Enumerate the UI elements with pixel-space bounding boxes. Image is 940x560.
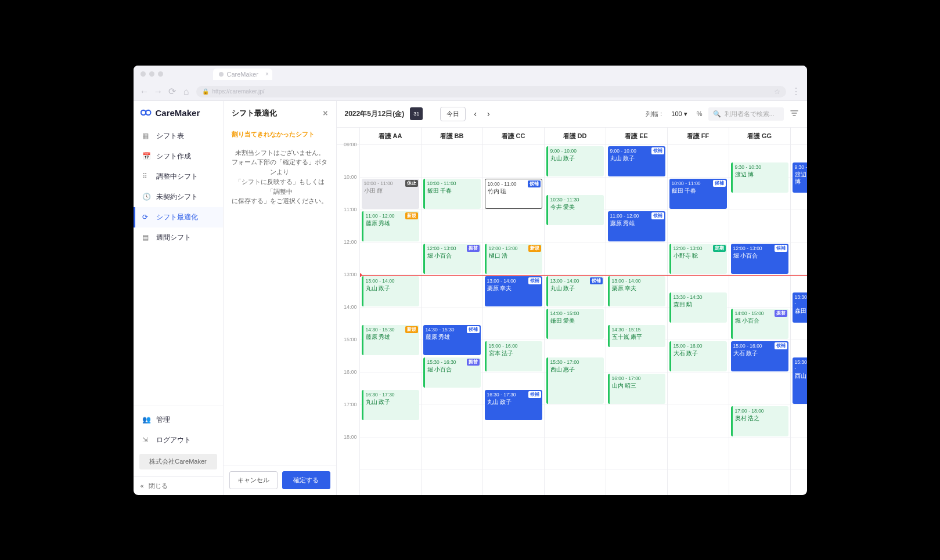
sidebar-item-0[interactable]: ▦ シフト表 [134,126,223,146]
prev-day-button[interactable]: ‹ [471,109,479,118]
shift-name: 樋口 浩 [489,252,540,259]
menu-icon[interactable]: ⋮ [792,88,800,96]
traffic-light-max[interactable] [158,71,163,77]
column-header: 看護 CC [483,128,544,145]
shift-card[interactable]: 13:30 - 14:30 森田 勲 [669,292,727,323]
home-icon[interactable]: ⌂ [182,88,190,96]
shift-card[interactable]: 15:30 - 西山 [793,357,807,404]
time-label: 15:00 [337,340,359,373]
sidebar-item-3[interactable]: 🕓 未契約シフト [134,187,223,207]
shift-card[interactable]: 13:00 - 14:00 丸山 政子 [362,276,419,306]
sidebar-item-4[interactable]: ⟳ シフト最適化 [134,207,223,227]
bookmark-icon[interactable]: ☆ [774,88,780,96]
column-body: 10:00 - 11:00 竹内 聡候補12:00 - 13:00 樋口 浩新規… [483,145,544,470]
column-width-select[interactable]: 100 ▾ [668,109,690,119]
shift-name: 丸山 政子 [366,399,417,406]
shift-badge: 候補 [467,326,480,333]
traffic-light-min[interactable] [149,71,154,77]
shift-name: 藤原 秀雄 [366,220,417,227]
shift-name: 五十嵐 康平 [612,334,663,341]
shift-card[interactable]: 13:30 - 森田 [793,292,807,323]
shift-card[interactable]: 10:00 - 11:00 小田 輝休止 [362,179,419,209]
url-bar[interactable]: 🔒 https://caremaker.jp/ ☆ [196,86,786,97]
time-gutter: 09:0010:0011:0012:0013:0014:0015:0016:00… [337,128,360,495]
staff-column: 看護 EE9:00 - 10:00 丸山 政子候補11:00 - 12:00 藤… [606,128,668,495]
shift-card[interactable]: 9:30 - 10:30 渡辺 博 [731,162,788,193]
shift-time: 15:30 - 17:00 [550,359,602,366]
shift-card[interactable]: 14:00 - 15:00 鎌田 愛美 [546,309,604,339]
calendar-icon[interactable]: 31 [410,107,423,120]
traffic-light-close[interactable] [141,71,146,77]
collapse-label: 閉じる [149,482,168,490]
shift-card[interactable]: 9:00 - 10:00 丸山 政子候補 [608,146,665,176]
shift-card[interactable]: 10:00 - 11:00 飯田 千春 [423,179,481,209]
forward-icon[interactable]: → [154,88,163,96]
shift-card[interactable]: 14:30 - 15:30 藤原 秀雄候補 [423,325,481,355]
shift-card[interactable]: 16:00 - 17:00 山内 昭三 [608,374,665,404]
shift-card[interactable]: 15:00 - 16:00 大石 政子 [669,341,727,371]
shift-card[interactable]: 9:00 - 10:00 丸山 政子 [546,146,604,176]
reload-icon[interactable]: ⟳ [168,88,177,96]
shift-card[interactable]: 12:00 - 13:00 小野寺 聡定期 [669,244,727,274]
shift-card[interactable]: 17:00 - 18:00 奥村 浩之 [731,406,788,436]
shift-card[interactable]: 12:00 - 13:00 堀 小百合振替 [423,244,481,274]
shift-card[interactable]: 13:00 - 14:00 栗原 幸夫 [608,276,665,306]
shift-card[interactable]: 16:30 - 17:30 丸山 政子候補 [485,390,542,420]
shift-card[interactable]: 14:30 - 15:30 藤原 秀雄新規 [362,325,419,355]
shift-card[interactable]: 10:30 - 11:30 今井 愛美 [546,195,604,225]
today-button[interactable]: 今日 [440,107,466,121]
shift-card[interactable]: 10:00 - 11:00 飯田 千春候補 [669,179,727,209]
browser-tab[interactable]: CareMaker × [213,68,272,80]
shift-card[interactable]: 15:00 - 16:00 大石 政子候補 [731,341,788,371]
shift-card[interactable]: 13:00 - 14:00 栗原 幸夫候補 [485,276,542,306]
shift-card[interactable]: 11:00 - 12:00 藤原 秀雄新規 [362,211,419,241]
shift-badge: 候補 [590,277,603,284]
column-body: 10:00 - 11:00 飯田 千春12:00 - 13:00 堀 小百合振替… [422,145,482,470]
search-input[interactable]: 🔍 利用者名で検索... [708,107,784,121]
confirm-button[interactable]: 確定する [282,471,330,489]
shift-badge: 振替 [467,359,480,366]
filter-icon[interactable] [790,109,799,120]
shift-card[interactable]: 14:00 - 15:00 堀 小百合振替 [731,309,788,339]
sidebar-admin[interactable]: 👥 管理 [134,410,223,430]
panel-close-icon[interactable]: × [323,109,327,118]
time-label: 10:00 [337,178,359,210]
column-body: 9:30 - 渡辺 博13:30 - 森田 15:30 - 西山 [791,145,807,470]
sidebar-item-5[interactable]: ▤ 週間シフト [134,227,223,248]
shift-badge: 候補 [528,391,541,398]
brand-logo[interactable]: CareMaker [134,101,223,126]
shift-name: 奥村 浩之 [735,415,786,422]
shift-time: 14:30 - 15:15 [612,327,663,333]
shift-card[interactable]: 12:00 - 13:00 堀 小百合候補 [731,244,788,274]
shift-card[interactable]: 13:00 - 14:00 丸山 政子候補 [546,276,604,306]
cancel-button[interactable]: キャンセル [229,471,278,489]
shift-card[interactable]: 10:00 - 11:00 竹内 聡候補 [485,179,542,209]
sidebar-item-2[interactable]: ⠿ 調整中シフト [134,167,223,187]
back-icon[interactable]: ← [141,88,149,96]
next-day-button[interactable]: › [485,109,492,118]
shift-card[interactable]: 12:00 - 13:00 樋口 浩新規 [485,244,542,274]
shift-name: 丸山 政子 [487,399,540,406]
tab-close-icon[interactable]: × [265,71,269,77]
shift-card[interactable]: 15:30 - 16:30 堀 小百合振替 [423,357,481,388]
shift-card[interactable]: 16:30 - 17:30 丸山 政子 [362,390,419,420]
svg-point-0 [141,110,145,115]
tab-favicon [219,72,224,77]
shift-name: 堀 小百合 [427,366,478,373]
shift-badge: 振替 [775,310,787,317]
sidebar-collapse[interactable]: « 閉じる [134,476,223,495]
shift-card[interactable]: 14:30 - 15:15 五十嵐 康平 [608,325,665,347]
shift-badge: 定期 [713,245,726,252]
sidebar-logout[interactable]: ⇲ ログアウト [134,430,223,450]
shift-card[interactable]: 15:00 - 16:00 宮本 法子 [485,341,542,371]
time-label: 18:00 [337,438,359,470]
shift-name: 鎌田 愛美 [550,317,602,324]
app-window: CareMaker × ← → ⟳ ⌂ 🔒 https://caremaker.… [134,66,807,495]
shift-name: 大石 政子 [733,350,786,357]
shift-card[interactable]: 11:00 - 12:00 藤原 秀雄候補 [608,211,665,241]
shift-time: 13:30 - 14:30 [674,294,725,301]
shift-time: 15:30 - [795,359,807,372]
shift-card[interactable]: 15:30 - 17:00 西山 惠子 [546,357,604,404]
sidebar-item-1[interactable]: 📅 シフト作成 [134,146,223,167]
shift-card[interactable]: 9:30 - 渡辺 博 [793,162,807,193]
